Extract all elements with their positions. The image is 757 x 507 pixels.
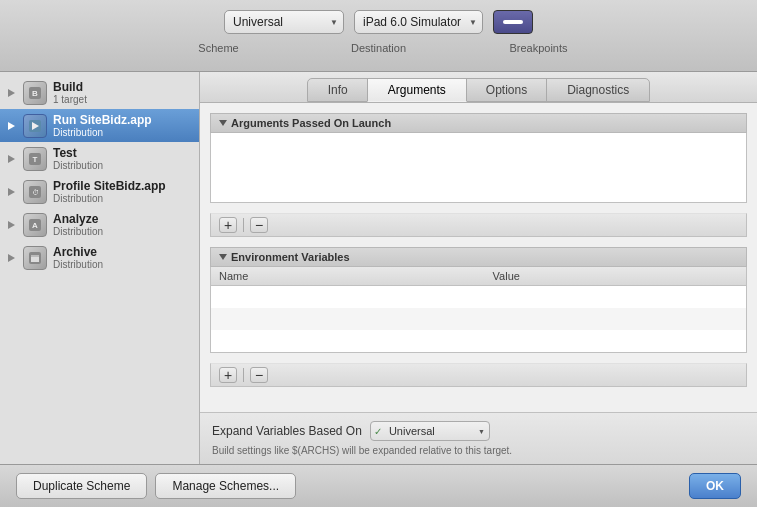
svg-text:A: A: [32, 221, 38, 230]
breakpoints-label: Breakpoints: [479, 42, 599, 54]
destination-label: Destination: [279, 42, 479, 54]
scheme-label: Scheme: [159, 42, 279, 54]
env-row-3-value: [485, 330, 746, 352]
env-row-3-name: [211, 330, 485, 352]
sidebar-item-run[interactable]: Run SiteBidz.app Distribution: [0, 109, 199, 142]
tab-options[interactable]: Options: [465, 78, 548, 102]
ok-button[interactable]: OK: [689, 473, 741, 499]
env-remove-button[interactable]: −: [250, 367, 268, 383]
profile-text: Profile SiteBidz.app Distribution: [53, 179, 166, 204]
tab-info[interactable]: Info: [307, 78, 369, 102]
sidebar-item-test[interactable]: T Test Distribution: [0, 142, 199, 175]
analyze-subtitle: Distribution: [53, 226, 103, 237]
expand-select-wrapper[interactable]: Universal: [370, 421, 490, 441]
build-text: Build 1 target: [53, 80, 87, 105]
archive-text: Archive Distribution: [53, 245, 103, 270]
args-section-body: [210, 133, 747, 203]
args-section-footer: + −: [210, 213, 747, 237]
duplicate-scheme-button[interactable]: Duplicate Scheme: [16, 473, 147, 499]
env-section-footer: + −: [210, 363, 747, 387]
breakpoints-icon: [503, 20, 523, 24]
sidebar-item-archive[interactable]: Archive Distribution: [0, 241, 199, 274]
profile-triangle: [8, 188, 15, 196]
test-icon: T: [23, 147, 47, 171]
archive-icon: [23, 246, 47, 270]
run-triangle: [8, 122, 15, 130]
env-section-header: Environment Variables: [210, 247, 747, 267]
expand-hint: Build settings like $(ARCHS) will be exp…: [212, 445, 745, 456]
destination-select[interactable]: iPad 6.0 Simulator: [354, 10, 483, 34]
analyze-text: Analyze Distribution: [53, 212, 103, 237]
content-area: B Build 1 target Run SiteBidz.app Distri…: [0, 72, 757, 464]
build-subtitle: 1 target: [53, 94, 87, 105]
sidebar: B Build 1 target Run SiteBidz.app Distri…: [0, 72, 200, 464]
env-row-2-name: [211, 308, 485, 330]
manage-schemes-button[interactable]: Manage Schemes...: [155, 473, 296, 499]
svg-text:B: B: [32, 89, 38, 98]
arguments-panel: Arguments Passed On Launch + − Environme…: [200, 103, 757, 412]
expand-select[interactable]: Universal: [370, 421, 490, 441]
breakpoints-button[interactable]: [493, 10, 533, 34]
build-title: Build: [53, 80, 87, 94]
test-triangle: [8, 155, 15, 163]
env-row-1: [211, 286, 746, 308]
env-btn-divider: [243, 368, 244, 382]
run-subtitle: Distribution: [53, 127, 152, 138]
env-row-1-name: [211, 286, 485, 308]
bottom-bar: Duplicate Scheme Manage Schemes... OK: [0, 464, 757, 507]
sidebar-item-build[interactable]: B Build 1 target: [0, 76, 199, 109]
svg-text:T: T: [33, 155, 38, 164]
analyze-title: Analyze: [53, 212, 103, 226]
main-window: Universal iPad 6.0 Simulator Scheme Dest…: [0, 0, 757, 507]
run-icon: [23, 114, 47, 138]
tab-diagnostics[interactable]: Diagnostics: [546, 78, 650, 102]
build-icon: B: [23, 81, 47, 105]
toolbar: Universal iPad 6.0 Simulator Scheme Dest…: [0, 0, 757, 72]
destination-select-wrapper[interactable]: iPad 6.0 Simulator: [354, 10, 483, 34]
env-row-3: [211, 330, 746, 352]
env-section-body: Name Value: [210, 267, 747, 353]
scheme-select-wrapper[interactable]: Universal: [224, 10, 344, 34]
tabs-bar: Info Arguments Options Diagnostics: [200, 72, 757, 103]
scheme-select[interactable]: Universal: [224, 10, 344, 34]
test-text: Test Distribution: [53, 146, 103, 171]
tab-arguments[interactable]: Arguments: [367, 78, 467, 102]
test-title: Test: [53, 146, 103, 160]
archive-subtitle: Distribution: [53, 259, 103, 270]
args-section-title: Arguments Passed On Launch: [231, 117, 391, 129]
analyze-triangle: [8, 221, 15, 229]
profile-subtitle: Distribution: [53, 193, 166, 204]
svg-rect-12: [31, 255, 39, 257]
args-btn-divider: [243, 218, 244, 232]
args-remove-button[interactable]: −: [250, 217, 268, 233]
args-section-triangle: [219, 120, 227, 126]
env-row-1-value: [485, 286, 746, 308]
env-table: Name Value: [211, 267, 746, 352]
env-name-col: Name: [211, 267, 485, 286]
env-section-triangle: [219, 254, 227, 260]
env-row-2-value: [485, 308, 746, 330]
analyze-icon: A: [23, 213, 47, 237]
run-text: Run SiteBidz.app Distribution: [53, 113, 152, 138]
args-section-header: Arguments Passed On Launch: [210, 113, 747, 133]
archive-triangle: [8, 254, 15, 262]
profile-title: Profile SiteBidz.app: [53, 179, 166, 193]
args-add-button[interactable]: +: [219, 217, 237, 233]
profile-icon: ⏱: [23, 180, 47, 204]
archive-title: Archive: [53, 245, 103, 259]
expand-row: Expand Variables Based On Universal: [212, 421, 745, 441]
env-value-col: Value: [485, 267, 746, 286]
env-row-2: [211, 308, 746, 330]
sidebar-item-analyze[interactable]: A Analyze Distribution: [0, 208, 199, 241]
toolbar-controls-row: Universal iPad 6.0 Simulator: [224, 10, 533, 34]
expand-triangle: [8, 89, 15, 97]
run-title: Run SiteBidz.app: [53, 113, 152, 127]
env-add-button[interactable]: +: [219, 367, 237, 383]
toolbar-labels: Scheme Destination Breakpoints: [159, 42, 599, 54]
svg-text:⏱: ⏱: [32, 189, 39, 196]
expand-label: Expand Variables Based On: [212, 424, 362, 438]
expand-section: Expand Variables Based On Universal Buil…: [200, 412, 757, 464]
sidebar-item-profile[interactable]: ⏱ Profile SiteBidz.app Distribution: [0, 175, 199, 208]
bottom-bar-left: Duplicate Scheme Manage Schemes...: [16, 473, 296, 499]
main-panel: Info Arguments Options Diagnostics Argum…: [200, 72, 757, 464]
